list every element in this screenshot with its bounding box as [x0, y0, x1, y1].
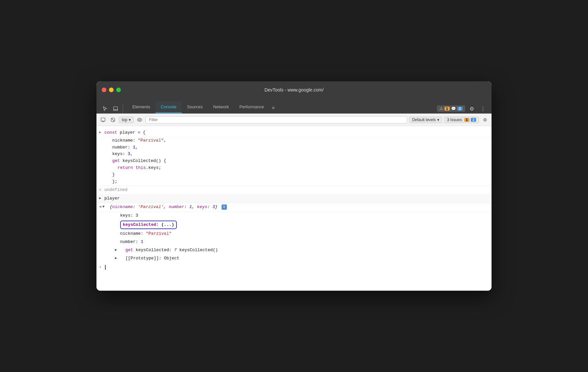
tab-performance[interactable]: Performance — [234, 101, 269, 113]
svg-point-7 — [139, 119, 140, 120]
code-line-keys: keys: 3, — [112, 151, 489, 158]
code-body: nickname: "Parzival", number: 1, keys: 3… — [96, 137, 492, 185]
console-prompt[interactable]: › — [96, 263, 492, 272]
settings-button[interactable]: ⚙ — [467, 104, 476, 113]
tab-sources[interactable]: Sources — [182, 101, 208, 113]
input-player: ▶ player — [96, 195, 492, 203]
toolbar-info-badge: 2 — [471, 118, 476, 122]
eye-icon[interactable] — [136, 116, 144, 124]
tree-getter-row: ▶ get keysCollected: f keysCollected() — [96, 246, 492, 254]
svg-rect-0 — [114, 107, 118, 110]
cursor-icon[interactable] — [100, 104, 110, 113]
no-filter-button[interactable] — [109, 116, 117, 124]
context-selector[interactable]: top ▾ — [119, 117, 134, 123]
window-title: DevTools - www.google.com/ — [264, 87, 324, 93]
input-player-text: player — [104, 196, 120, 201]
issues-warn-count: 1 — [444, 107, 450, 111]
tree-number-row: number: 1 — [96, 238, 492, 246]
console-toolbar: top ▾ Default levels ▾ 3 Issues: 1 2 ⚙ — [96, 114, 492, 126]
maximize-button[interactable] — [116, 88, 121, 92]
tree-keys-text: keys: 3 — [120, 213, 138, 218]
tab-more-button[interactable]: » — [269, 102, 278, 113]
issues-count-toolbar[interactable]: 3 Issues: 1 2 — [444, 117, 479, 123]
code-line-return: return this.keys; — [112, 165, 489, 172]
tree-prototype-row: ▶ [[Prototype]]: Object — [96, 254, 492, 263]
tabs-container: Elements Console Sources Network Perform… — [127, 101, 437, 113]
prompt-arrow-icon: › — [99, 264, 101, 270]
tab-network[interactable]: Network — [208, 101, 234, 113]
dropdown-arrow-icon: ▾ — [129, 118, 131, 122]
code-entry-player: ▶ const player = { — [96, 129, 492, 137]
tree-nickname-row: nickname: "Parzival" — [96, 230, 492, 238]
output-object-row: ◀ ▼ {nickname: 'Parzival', number: 1, ke… — [96, 203, 492, 212]
console-content: ▶ const player = { nickname: "Parzival",… — [96, 126, 492, 291]
context-value: top — [122, 118, 127, 122]
tree-expand-arrow[interactable]: ▼ — [102, 204, 105, 210]
title-bar: DevTools - www.google.com/ — [96, 81, 492, 98]
issues-badge[interactable]: ⚠ 1 💬 2 — [437, 105, 465, 112]
console-settings-button[interactable]: ⚙ — [481, 116, 489, 124]
dock-icon[interactable] — [111, 104, 120, 113]
chat-icon: 💬 — [451, 106, 456, 111]
output-arrow-left: « — [99, 187, 101, 193]
input-caret: ▶ — [99, 196, 101, 201]
code-line-end: }; — [112, 178, 489, 185]
tab-bar-right: ⚠ 1 💬 2 ⚙ ⋮ — [437, 104, 488, 113]
tree-number-text: number: 1 — [120, 239, 143, 244]
object-preview: {nickname: 'Parzival', number: 1, keys: … — [104, 204, 227, 209]
code-line-getter: get keysCollected() { — [112, 158, 489, 165]
cursor-blink — [105, 265, 106, 270]
minimize-button[interactable] — [109, 88, 114, 92]
window-controls — [102, 88, 121, 92]
tree-keys-collected-row: keysCollected: (...) — [96, 220, 492, 230]
tab-bar-left-icons — [100, 104, 124, 113]
svg-line-6 — [111, 118, 115, 121]
code-line-nickname: nickname: "Parzival", — [112, 137, 489, 144]
undefined-value: undefined — [104, 187, 127, 192]
more-menu-button[interactable]: ⋮ — [478, 104, 488, 113]
toolbar-warn-badge: 1 — [464, 118, 469, 122]
info-badge-inline[interactable]: i — [222, 204, 227, 210]
expand-arrow[interactable]: ▶ — [99, 130, 101, 136]
svg-rect-2 — [101, 118, 105, 121]
levels-label: Default levels — [412, 118, 436, 122]
tree-prototype-text: [[Prototype]]: Object — [120, 256, 179, 261]
code-line-close-brace: } — [112, 172, 489, 178]
tree-getter-text: get keysCollected: f keysCollected() — [120, 248, 218, 252]
warn-icon: ⚠ — [440, 106, 443, 111]
log-levels-selector[interactable]: Default levels ▾ — [409, 117, 442, 123]
output-undefined: « undefined — [96, 186, 492, 195]
issues-info-count: 2 — [457, 107, 463, 111]
getter-arrow[interactable]: ▶ — [115, 247, 117, 253]
tab-console[interactable]: Console — [155, 101, 182, 113]
tab-divider — [123, 104, 123, 113]
filter-input[interactable] — [146, 116, 407, 123]
left-output-arrow: ◀ — [99, 204, 101, 210]
tree-nickname-text: nickname: "Parzival" — [120, 231, 172, 236]
svg-rect-1 — [114, 110, 118, 111]
devtools-window: DevTools - www.google.com/ Elements Cons… — [96, 81, 492, 291]
prototype-arrow[interactable]: ▶ — [115, 255, 117, 261]
levels-dropdown-icon: ▾ — [437, 118, 439, 122]
issues-text: 3 Issues: — [447, 118, 463, 122]
keys-collected-highlight[interactable]: keysCollected: (...) — [120, 221, 177, 229]
clear-console-button[interactable] — [99, 116, 107, 124]
tab-bar: Elements Console Sources Network Perform… — [96, 98, 492, 114]
close-button[interactable] — [102, 88, 106, 92]
tree-keys-row: keys: 3 — [96, 212, 492, 220]
code-line-number: number: 1, — [112, 144, 489, 151]
tab-elements[interactable]: Elements — [127, 101, 155, 113]
